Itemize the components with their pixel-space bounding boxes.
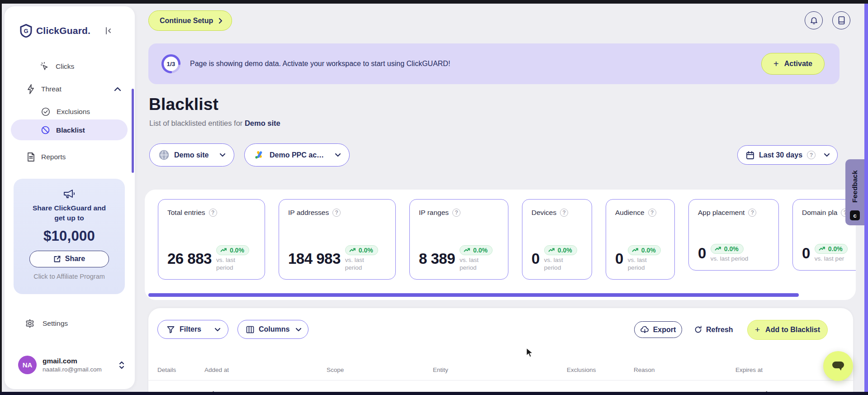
ppc-selector-value: Demo PPC ac… [270, 151, 324, 159]
delta-badge: 0.0% [815, 244, 848, 254]
share-button[interactable]: Share [29, 251, 109, 267]
delta-value: 0.0% [473, 247, 488, 254]
promo-text: Share ClickGuard and get up to [14, 203, 125, 224]
column-header[interactable]: Reason [634, 366, 655, 373]
columns-icon [246, 326, 254, 333]
chevron-down-icon [295, 328, 302, 332]
cursor-click-icon [40, 62, 50, 71]
stat-card: IP addresses ? 184 983 0.0% vs. last per… [279, 199, 396, 280]
column-header[interactable]: Details [157, 366, 176, 373]
plus-icon: + [773, 59, 779, 69]
badge-check-icon [41, 107, 51, 117]
delta-value: 0.0% [230, 247, 244, 254]
chat-bubble-icon [831, 360, 845, 372]
sidebar-scrollbar[interactable] [132, 89, 134, 173]
filters-button[interactable]: Filters [157, 320, 228, 339]
chat-widget-button[interactable] [823, 351, 853, 381]
stat-card: App placement ? 0 0.0% vs. last period [688, 199, 779, 271]
logo-text: ClickGuard. [36, 25, 90, 36]
vs-last-period-label: vs. last period [460, 257, 492, 272]
delta-badge: 0.0% [216, 245, 249, 255]
blacklist-table-panel: Filters Columns Export Refresh + Ad [148, 308, 853, 395]
sidebar-item-label: Blacklist [56, 126, 85, 134]
sidebar-item-label: Threat [41, 85, 62, 93]
window-edge-top [0, 0, 868, 4]
stat-card-title: IP addresses [288, 209, 329, 217]
svg-text:G: G [24, 28, 28, 34]
google-ads-icon [255, 151, 264, 159]
activate-button[interactable]: + Activate [761, 53, 825, 75]
column-header[interactable]: Expires at [735, 366, 763, 373]
add-to-blacklist-button[interactable]: + Add to Blacklist [747, 320, 828, 340]
page-vertical-scrollbar[interactable] [864, 4, 868, 392]
continue-setup-button[interactable]: Continue Setup [148, 10, 232, 31]
column-header[interactable]: Scope [327, 366, 344, 373]
window-edge-bottom [0, 392, 868, 395]
account-name: gmail.com [43, 357, 102, 365]
feedback-label: Feedback [845, 163, 864, 210]
sidebar-item-settings[interactable]: Settings [25, 319, 68, 328]
trend-up-icon [819, 247, 825, 251]
export-button[interactable]: Export [634, 321, 682, 338]
page-subtitle: List of blacklisted entities for Demo si… [149, 119, 280, 128]
stat-card: Devices ? 0 0.0% vs. last period [522, 199, 592, 280]
logo[interactable]: G ClickGuard. [20, 24, 124, 38]
affiliate-link-label[interactable]: Click to Affiliate Program [14, 273, 125, 280]
docs-button[interactable] [832, 11, 850, 29]
refresh-button[interactable]: Refresh [694, 321, 733, 338]
plus-icon: + [755, 325, 760, 335]
affiliate-promo-card[interactable]: Share ClickGuard and get up to $10,000 S… [14, 179, 125, 294]
book-icon [838, 16, 845, 25]
sidebar-item-threat[interactable]: Threat [26, 84, 121, 94]
feedback-logo-icon: c [850, 210, 860, 220]
feedback-tab[interactable]: Feedback c [845, 159, 864, 225]
stats-horizontal-scrollbar[interactable] [148, 293, 799, 297]
trend-up-icon [349, 248, 356, 252]
chevron-up-icon[interactable] [114, 87, 121, 91]
delta-value: 0.0% [724, 245, 739, 252]
subtitle-site: Demo site [245, 119, 280, 127]
promo-amount: $10,000 [14, 228, 125, 244]
date-range-selector[interactable]: Last 30 days ? [737, 145, 838, 165]
columns-label: Columns [259, 325, 289, 333]
filters-label: Filters [180, 325, 201, 333]
question-icon[interactable]: ? [560, 209, 568, 217]
question-icon[interactable]: ? [648, 209, 656, 217]
question-icon[interactable]: ? [748, 209, 756, 217]
page-title: Blacklist [149, 95, 218, 114]
collapse-sidebar-icon[interactable] [103, 25, 114, 36]
question-icon[interactable]: ? [332, 209, 341, 217]
add-to-blacklist-label: Add to Blacklist [765, 326, 820, 334]
select-chevrons-icon[interactable] [119, 361, 125, 370]
chevron-down-icon [214, 328, 221, 332]
ppc-account-selector[interactable]: Demo PPC ac… [244, 143, 350, 167]
sidebar-item-blacklist-content[interactable]: Blacklist [41, 125, 85, 135]
clickguard-shield-icon: G [20, 24, 32, 38]
sidebar-item-exclusions[interactable]: Exclusions [41, 107, 90, 117]
stat-card: Total entries ? 26 883 0.0% vs. last per… [158, 199, 265, 280]
stat-card-value: 0 [615, 250, 623, 267]
sidebar-item-label: Exclusions [57, 108, 90, 116]
site-selector[interactable]: Demo site [149, 143, 234, 167]
vs-last-period-label: vs. last period [216, 257, 249, 272]
export-label: Export [653, 326, 676, 334]
question-icon[interactable]: ? [209, 209, 217, 217]
columns-button[interactable]: Columns [237, 320, 308, 339]
sidebar-item-reports[interactable]: Reports [26, 152, 66, 162]
delta-badge: 0.0% [628, 245, 661, 255]
setup-step: 1/3 [161, 53, 181, 74]
column-header[interactable]: Added at [204, 366, 229, 373]
chevron-right-icon [218, 18, 223, 24]
stat-card-value: 0 [531, 250, 540, 267]
app-window: G ClickGuard. Clicks Threat [0, 0, 868, 395]
vs-last-period-label: vs. last period [711, 255, 748, 263]
column-header[interactable]: Exclusions [567, 366, 596, 373]
banner-message: Page is showing demo data. Activate your… [190, 60, 450, 68]
trend-up-icon [632, 248, 639, 252]
question-icon[interactable]: ? [452, 209, 460, 217]
account-switcher[interactable]: NA gmail.com naatali.ro@gmail.com [18, 356, 125, 374]
sidebar-item-clicks[interactable]: Clicks [40, 62, 74, 71]
stat-card: Audience ? 0 0.0% vs. last period [606, 199, 675, 280]
column-header[interactable]: Entity [433, 366, 448, 373]
notifications-button[interactable] [805, 11, 823, 29]
